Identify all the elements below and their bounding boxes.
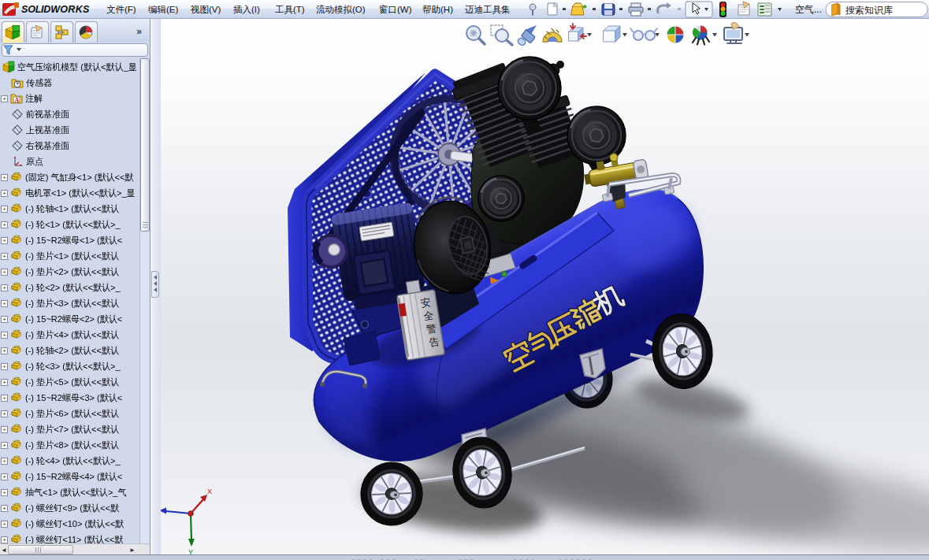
svg-text:A: A <box>15 97 20 104</box>
svg-text:全: 全 <box>422 309 434 322</box>
svg-text:X: X <box>207 488 212 495</box>
svg-text:安: 安 <box>420 296 432 310</box>
svg-text:警: 警 <box>425 322 437 336</box>
svg-text:空气...: 空气... <box>795 4 822 15</box>
svg-text:搜索知识库: 搜索知识库 <box>845 5 893 16</box>
svg-text:Y: Y <box>188 548 193 554</box>
svg-text:告: 告 <box>429 336 440 349</box>
